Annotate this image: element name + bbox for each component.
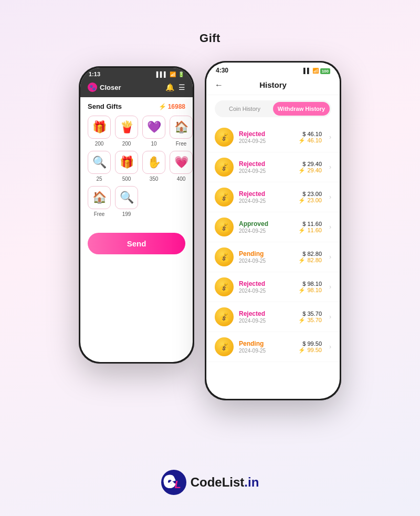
signal-icon: ▌▌	[303, 68, 311, 74]
gift-item[interactable]: 💗 400	[170, 151, 193, 182]
gift-item[interactable]: 🏠 Free	[88, 186, 111, 217]
amount-dollar: $ 29.40	[298, 161, 322, 167]
history-status: Pending	[239, 250, 293, 257]
brand-suffix: .in	[244, 475, 259, 489]
wifi-icon: 📶	[170, 71, 176, 77]
amount-dollar: $ 99.50	[298, 340, 322, 347]
gift-icon: 🎁	[115, 151, 138, 174]
history-date: 2024-09-25	[239, 318, 293, 324]
history-item[interactable]: 💰 Rejected 2024-09-25 $ 29.40 ⚡ 29.40 ›	[206, 152, 340, 182]
battery-value: 100	[320, 68, 330, 74]
gift-icon: 🏠	[170, 116, 193, 139]
gift-icon: 🏠	[88, 186, 111, 209]
gift-label: Free	[176, 141, 187, 147]
amount-dollar: $ 11.60	[298, 221, 322, 227]
app-name: Closer	[100, 84, 121, 91]
gift-item[interactable]: 🏠 Free	[170, 116, 193, 147]
gift-icon: 🍟	[115, 116, 138, 139]
gift-label: 400	[177, 176, 186, 182]
history-item[interactable]: 💰 Approved 2024-09-25 $ 11.60 ⚡ 11.60 ›	[206, 212, 340, 242]
chevron-icon: ›	[329, 133, 331, 141]
amount-dollar: $ 98.10	[298, 281, 322, 287]
gift-label: 200	[95, 141, 104, 147]
right-phone: 4:30 ▌▌ 📶 100 ← History Coin History Wit…	[205, 61, 341, 400]
gift-item[interactable]: 💜 10	[142, 116, 165, 147]
history-amounts: $ 35.70 ⚡ 35.70	[298, 311, 322, 324]
withdraw-history-tab[interactable]: Withdraw History	[273, 102, 330, 116]
history-amounts: $ 82.80 ⚡ 82.80	[298, 251, 322, 264]
chevron-icon: ›	[329, 283, 331, 291]
gift-item[interactable]: ✋ 350	[142, 151, 165, 182]
history-item[interactable]: 💰 Rejected 2024-09-25 $ 98.10 ⚡ 98.10 ›	[206, 272, 340, 302]
gift-item[interactable]: 🔍 199	[115, 186, 138, 217]
history-date: 2024-09-25	[239, 348, 293, 354]
amount-dollar: $ 23.00	[298, 191, 322, 197]
coin-history-tab[interactable]: Coin History	[216, 102, 273, 116]
gift-label: 500	[122, 176, 131, 182]
history-title: History	[259, 80, 287, 89]
gift-icon: 🔍	[88, 151, 111, 174]
battery-icon: 🔋	[178, 71, 184, 77]
history-info: Approved 2024-09-25	[239, 220, 293, 234]
history-amounts: $ 23.00 ⚡ 23.00	[298, 191, 322, 204]
phones-container: 1:13 ▌▌▌ 📶 🔋 🐾 Closer 🔔 ☰	[79, 66, 341, 400]
app-logo-icon: 🐾	[88, 82, 97, 92]
history-item[interactable]: 💰 Pending 2024-09-25 $ 82.80 ⚡ 82.80 ›	[206, 242, 340, 272]
coins-badge: ⚡ 16988	[159, 103, 185, 110]
brand-name: CodeList.in	[191, 475, 259, 490]
history-info: Rejected 2024-09-25	[239, 310, 293, 324]
chevron-icon: ›	[329, 253, 331, 261]
gift-item[interactable]: 🔍 25	[88, 151, 111, 182]
coin-icon: 💰	[215, 128, 234, 147]
history-item[interactable]: 💰 Pending 2024-09-25 $ 99.50 ⚡ 99.50 ›	[206, 332, 340, 362]
history-item[interactable]: 💰 Rejected 2024-09-25 $ 46.10 ⚡ 46.10 ›	[206, 122, 340, 152]
menu-icon[interactable]: ☰	[178, 83, 185, 91]
chevron-icon: ›	[329, 313, 331, 321]
lightning-icon: ⚡	[159, 103, 166, 110]
history-amounts: $ 46.10 ⚡ 46.10	[298, 131, 322, 144]
amount-dollar: $ 35.70	[298, 311, 322, 317]
amount-dollar: $ 82.80	[298, 251, 322, 257]
coins-value: 16988	[168, 103, 185, 110]
send-button[interactable]: Send	[88, 233, 185, 254]
bell-icon[interactable]: 🔔	[165, 83, 174, 91]
amount-coin: ⚡ 82.80	[298, 257, 322, 264]
coin-icon: 💰	[215, 158, 234, 177]
brand-footer: C L CodeList.in	[161, 470, 259, 495]
signal-icon: ▌▌▌	[156, 71, 167, 77]
history-info: Rejected 2024-09-25	[239, 160, 293, 174]
gift-item[interactable]: 🎁 200	[88, 116, 111, 147]
history-date: 2024-09-25	[239, 198, 293, 204]
brand-logo-l: L	[174, 479, 181, 491]
gift-icon: ✋	[142, 151, 165, 174]
amount-coin: ⚡ 23.00	[298, 197, 322, 204]
gifts-grid: 🎁 200 🍟 200 💜 10 🏠 Free 🔍 25 🎁 500 ✋ 350…	[88, 116, 185, 221]
page-title: Gift	[200, 32, 220, 45]
gift-item[interactable]: 🍟 200	[115, 116, 138, 147]
left-phone: 1:13 ▌▌▌ 📶 🔋 🐾 Closer 🔔 ☰	[79, 66, 194, 364]
brand-logo: C L	[161, 470, 186, 495]
history-amounts: $ 29.40 ⚡ 29.40	[298, 161, 322, 174]
history-status: Rejected	[239, 190, 293, 198]
left-status-bar: 1:13 ▌▌▌ 📶 🔋	[80, 68, 193, 79]
right-status-icons: ▌▌ 📶 100	[303, 68, 330, 74]
history-item[interactable]: 💰 Rejected 2024-09-25 $ 35.70 ⚡ 35.70 ›	[206, 302, 340, 332]
back-button[interactable]: ←	[215, 80, 223, 90]
gift-label: 199	[122, 211, 131, 217]
history-item[interactable]: 💰 Rejected 2024-09-25 $ 23.00 ⚡ 23.00 ›	[206, 182, 340, 212]
history-status: Approved	[239, 220, 293, 228]
right-time: 4:30	[216, 67, 228, 74]
amount-dollar: $ 46.10	[298, 131, 322, 137]
amount-coin: ⚡ 46.10	[298, 137, 322, 144]
left-time: 1:13	[89, 71, 100, 77]
amount-coin: ⚡ 35.70	[298, 317, 322, 324]
app-logo: 🐾 Closer	[88, 82, 121, 92]
gift-item[interactable]: 🎁 500	[115, 151, 138, 182]
history-amounts: $ 11.60 ⚡ 11.60	[298, 221, 322, 234]
history-date: 2024-09-25	[239, 168, 293, 174]
chevron-icon: ›	[329, 223, 331, 231]
history-date: 2024-09-25	[239, 228, 293, 234]
header-icons: 🔔 ☰	[165, 83, 185, 91]
history-info: Pending 2024-09-25	[239, 340, 293, 354]
coin-icon: 💰	[215, 277, 234, 296]
